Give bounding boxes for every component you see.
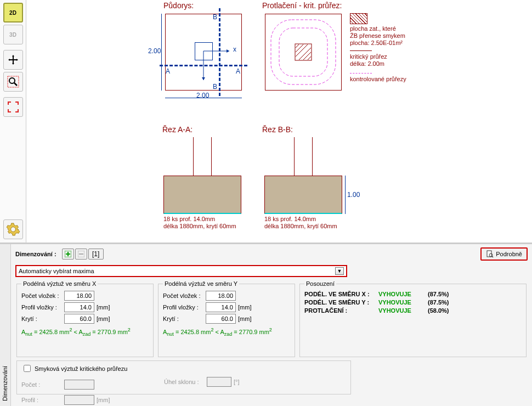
svg-line-17 [492, 256, 493, 257]
section-b-col-l [294, 137, 295, 176]
result-punch-pct: (58.0%) [428, 307, 449, 314]
result-y-label: PODÉL. VE SMĚRU Y : [304, 299, 378, 306]
profile-y-input[interactable] [206, 302, 236, 312]
result-x-status: VYHOVUJE [378, 291, 428, 297]
count-y-label: Počet vložek : [163, 292, 206, 299]
details-button[interactable]: Podrobně [480, 247, 528, 261]
profile-x-input[interactable] [64, 302, 94, 312]
section-dim: 1.00 [347, 191, 360, 199]
count-button[interactable]: [1] [88, 249, 104, 260]
section-a-left: A [166, 67, 170, 75]
svg-marker-4 [227, 49, 229, 53]
selection-mode-dropdown[interactable]: Automaticky vybírat maxima ▼ [15, 265, 347, 277]
rebar-b-line2: délka 1880mm, krytí 60mm [264, 223, 337, 229]
rebar-a-line1: 18 ks prof. 14.0mm [163, 216, 215, 222]
formula-y: Anut = 2425.8 mm2 < Azad = 2770.9 mm2 [163, 327, 291, 337]
profile-x-label: Profil vložky : [21, 304, 64, 311]
shear-profile-label: Profil : [21, 397, 64, 403]
section-b-title: Řez B-B: [262, 125, 293, 134]
plan-dim-h-line [165, 98, 242, 98]
result-x-label: PODÉL. VE SMĚRU X : [304, 291, 378, 297]
shear-checkbox-label: Smyková výztuž kritického průřezu [35, 365, 127, 372]
shear-profile-input [64, 395, 94, 405]
view-toolbar: 2D 3D [0, 0, 26, 243]
settings-button[interactable] [3, 219, 23, 239]
expand-icon [8, 101, 19, 112]
cover-x-unit: [mm] [97, 315, 110, 322]
document-icon [486, 250, 494, 258]
group-y-legend: Podélná výztuž ve směru Y [163, 280, 239, 287]
add-button[interactable] [62, 249, 74, 260]
shear-angle-label: Úhel sklonu : [164, 379, 207, 385]
cover-y-unit: [mm] [238, 315, 251, 322]
shear-angle-input [207, 377, 231, 387]
view-3d-button[interactable]: 3D [3, 25, 23, 44]
legend-hatch [350, 13, 367, 24]
count-x-input[interactable] [64, 291, 94, 301]
side-tab-dimenzovani[interactable]: Dimenzování [0, 244, 11, 406]
result-punch-status: VYHOVUJE [378, 307, 428, 314]
section-b-col-r [312, 137, 313, 176]
minus-icon [78, 251, 84, 257]
punch-info2: ŽB přenese smykem [350, 32, 405, 39]
svg-line-2 [14, 83, 17, 86]
count-y-input[interactable] [206, 291, 236, 301]
cover-x-input[interactable] [64, 314, 94, 324]
cover-y-label: Krytí : [163, 315, 206, 322]
section-a-right: A [236, 67, 240, 75]
chevron-down-icon: ▼ [335, 267, 344, 275]
count-x-label: Počet vložek : [21, 292, 64, 299]
punch-contours-icon [265, 14, 342, 91]
result-punch-label: PROTLAČENÍ : [304, 307, 378, 314]
group-shear: Smyková výztuž kritického průřezu Počet … [16, 360, 351, 394]
svg-rect-8 [271, 20, 336, 84]
result-y-status: VYHOVUJE [378, 299, 428, 306]
fit-view-button[interactable] [3, 97, 23, 117]
group-longitudinal-y: Podélná výztuž ve směru Y Počet vložek :… [158, 280, 295, 357]
rebar-b-line1: 18 ks prof. 14.0mm [264, 216, 316, 222]
punch-info1: plocha zat., které [350, 25, 396, 32]
group-assessment: Posouzení PODÉL. VE SMĚRU X : VYHOVUJE (… [299, 280, 527, 357]
profile-y-label: Profil vložky : [163, 304, 206, 311]
gear-icon [6, 222, 20, 236]
svg-point-1 [9, 78, 15, 83]
magnifier-icon [7, 76, 19, 88]
remove-button[interactable] [75, 249, 87, 260]
section-a-col-r [211, 137, 212, 176]
plus-icon [65, 251, 71, 257]
section-b-rect [264, 176, 342, 214]
plan-dim-v-line [161, 14, 162, 91]
zoom-button[interactable] [3, 72, 23, 92]
plan-axes-icon [201, 48, 234, 87]
svg-rect-9 [295, 44, 312, 60]
pan-button[interactable] [3, 50, 23, 70]
punch-info6: kontrolované průřezy [350, 76, 406, 82]
view-2d-button[interactable]: 2D [3, 3, 23, 22]
cover-x-label: Krytí : [21, 315, 64, 322]
legend-line-crit [350, 50, 372, 51]
result-x-pct: (87.5%) [428, 291, 449, 297]
svg-rect-7 [279, 28, 327, 76]
profile-y-unit: [mm] [238, 304, 251, 311]
section-dim-line [345, 176, 346, 214]
legend-line-check [350, 73, 372, 74]
punch-info5: délka: 2.00m [350, 60, 384, 67]
profile-x-unit: [mm] [97, 304, 110, 311]
punch-info4: kritický průřez [350, 53, 387, 60]
section-a-title: Řez A-A: [162, 125, 193, 134]
drawing-canvas[interactable]: Půdorys: A A B B x 2.00 2.00 Protlačení … [26, 0, 532, 243]
punch-title: Protlačení - krit. průřez: [262, 1, 342, 10]
group-x-legend: Podélná výztuž ve směru X [21, 280, 98, 287]
panel-title: Dimenzování : [15, 251, 56, 257]
svg-marker-6 [202, 77, 205, 80]
shear-count-input [64, 380, 94, 390]
section-a-col-l [193, 137, 194, 176]
result-legend: Posouzení [304, 280, 336, 287]
section-a-rect [163, 176, 241, 214]
group-longitudinal-x: Podélná výztuž ve směru X Počet vložek :… [16, 280, 154, 357]
cover-y-input[interactable] [206, 314, 236, 324]
result-y-pct: (87.5%) [428, 299, 449, 306]
shear-angle-unit: [°] [234, 379, 240, 385]
section-b-top: B [213, 13, 217, 21]
shear-checkbox[interactable] [24, 365, 31, 372]
